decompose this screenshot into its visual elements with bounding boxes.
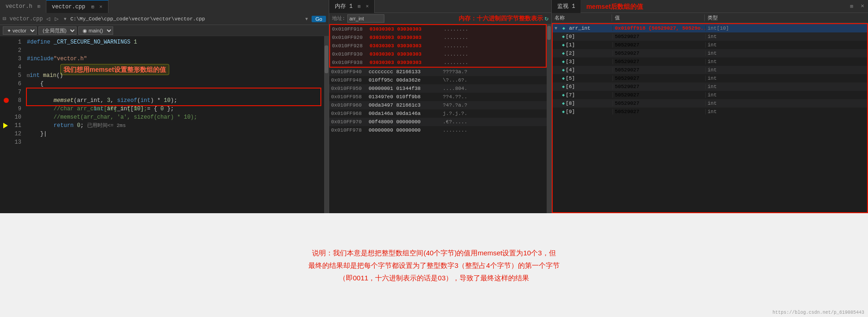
- watch-child-value-7: 50529027: [613, 92, 706, 98]
- top-panels: vector.h ⊞ vector.cpp ⊞ × ⊟ vector.cpp ◁…: [0, 0, 868, 213]
- watch-child-value-6: 50529027: [613, 84, 706, 89]
- watch-child-name-3: ◆[3]: [553, 59, 613, 64]
- mem-addr-8: 0x010FF958: [329, 93, 369, 101]
- mem-hex-1: 03030303 03030303: [370, 33, 444, 42]
- watch-child-6: ◆[6] 50529027 int: [553, 82, 867, 91]
- watch-child-name-1: ◆[1]: [553, 42, 613, 48]
- watch-child-name-2: ◆[2]: [553, 51, 613, 56]
- watch-parent-name: ▼ ◆ arr_int: [553, 25, 613, 31]
- mem-ascii-1: ........: [444, 33, 490, 42]
- watch-panel: 监视 1 memset后数组的值 ⊞ × 名称 值 类型 ▼ ◆: [552, 0, 868, 213]
- watch-child-value-9: 50529027: [613, 109, 706, 114]
- main-container: vector.h ⊞ vector.cpp ⊞ × ⊟ vector.cpp ◁…: [0, 0, 868, 317]
- mem-row-4: 0x010FF938 03030303 03030303 ........: [330, 58, 546, 67]
- memory-tab-active[interactable]: 内存 1 ⊞ ×: [329, 0, 375, 13]
- watch-parent-name-text: arr_int: [569, 25, 590, 31]
- watch-child-9: ◆[9] 50529027 int: [553, 108, 867, 116]
- watch-icon-6: ◆: [562, 84, 565, 89]
- code-line-6: {: [27, 80, 320, 88]
- mem-ascii-7: ....804.: [443, 84, 489, 93]
- watch-child-index-0: [0]: [566, 34, 575, 39]
- go-button[interactable]: Go: [312, 16, 326, 22]
- watch-child-type-3: int: [706, 59, 867, 64]
- nav-down[interactable]: ▾: [62, 15, 68, 23]
- mem-addr-10: 0x010FF968: [329, 109, 369, 118]
- mem-row-12: 0x010FF978 00000000 00000000 ........: [329, 126, 547, 134]
- mem-row-0: 0x010FF918 03030303 03030303 ........: [330, 25, 546, 33]
- function-dropdown[interactable]: ◉ main(): [78, 26, 113, 35]
- mem-hex-6: 010ff95c 00da362e: [369, 76, 443, 84]
- nav-back[interactable]: ◁: [45, 15, 51, 23]
- watch-icon-7: ◆: [562, 93, 565, 98]
- address-input[interactable]: [347, 14, 384, 23]
- watch-child-name-5: ◆[5]: [553, 76, 613, 81]
- mem-addr-11: 0x010FF970: [329, 118, 369, 126]
- watch-child-index-3: [3]: [566, 59, 575, 64]
- tab-vector-cpp[interactable]: vector.cpp ⊞ ×: [46, 0, 108, 13]
- tab-vector-h-label: vector.h: [6, 3, 32, 10]
- watch-child-value-5: 50529027: [613, 76, 706, 81]
- watch-tab-label: 监视 1: [557, 3, 575, 10]
- mem-row-7: 0x010FF950 00000001 01344f38 ....804.: [329, 84, 547, 93]
- mem-row-2: 0x010FF928 03030303 03030303 ........: [330, 42, 546, 50]
- watch-child-index-7: [7]: [566, 92, 575, 98]
- watch-child-type-8: int: [706, 101, 867, 106]
- path-dropdown[interactable]: ▾: [303, 15, 310, 23]
- mem-hex-9: 00da3497 821661c3: [369, 101, 443, 109]
- code-line-9: //char arr_char[10] = { 0 };: [27, 105, 320, 113]
- mem-hex-12: 00000000 00000000: [369, 126, 443, 134]
- mem-hex-4: 03030303 03030303: [370, 58, 444, 67]
- current-line-arrow: [3, 123, 8, 128]
- code-line-11: return 0; 已用时间<= 2ms: [27, 121, 320, 130]
- watch-child-name-9: ◆[9]: [553, 109, 613, 114]
- memory-content: 0x010FF918 03030303 03030303 ........ 0x…: [329, 24, 551, 213]
- watch-icon-0: ◆: [562, 34, 565, 39]
- mem-ascii-10: j.?.j.?.: [443, 109, 489, 118]
- watch-child-value-0: 50529027: [613, 34, 706, 39]
- mem-addr-2: 0x010FF928: [330, 42, 370, 50]
- code-content: 我们想用memset设置整形数组的值 #define _CRT_SECURE_N…: [23, 36, 324, 213]
- watch-tab-active[interactable]: 监视 1: [552, 0, 581, 13]
- watch-pin-icon[interactable]: ⊞: [847, 3, 857, 9]
- mem-addr-1: 0x010FF920: [330, 33, 370, 42]
- watch-child-value-2: 50529027: [613, 51, 706, 56]
- desc-line-3: （即0011，十六进制表示的话是03），导致了最终这样的结果: [339, 272, 529, 284]
- watch-close-icon[interactable]: ×: [857, 3, 868, 10]
- mem-hex-11: 00f48000 00000000: [369, 118, 443, 126]
- watch-child-name-7: ◆[7]: [553, 92, 613, 98]
- watermark: https://blog.csdn.net/p_619085443: [772, 310, 864, 315]
- watch-child-value-1: 50529027: [613, 42, 706, 48]
- watch-content-border: ▼ ◆ arr_int 0x010ff918 {50529027, 50529o…: [552, 23, 868, 213]
- memory-toolbar: 地址: 内存：十六进制四字节整数表示 ↻: [329, 13, 551, 24]
- watch-child-index-6: [6]: [566, 84, 575, 89]
- mem-addr-12: 0x010FF978: [329, 126, 369, 134]
- mem-ascii-9: ?4?.?a.?: [443, 101, 489, 109]
- watch-icon-2: ◆: [562, 51, 565, 56]
- mem-ascii-8: ??4.??..: [443, 93, 489, 101]
- mem-row-3: 0x010FF930 03030303 03030303 ........: [330, 50, 546, 58]
- mem-row-8: 0x010FF958 013497e0 010ff9b8 ??4.??..: [329, 93, 547, 101]
- close-tab-icon[interactable]: ×: [99, 4, 102, 10]
- code-line-2: [27, 46, 320, 55]
- memory-tab-label: 内存 1: [335, 3, 352, 10]
- address-label: 地址:: [332, 15, 345, 22]
- tab-vector-h[interactable]: vector.h ⊞: [0, 0, 46, 13]
- memory-scrollbar[interactable]: [547, 24, 551, 213]
- code-scrollbar[interactable]: [324, 36, 329, 213]
- memory-close-icon[interactable]: ×: [366, 4, 369, 9]
- mem-ascii-0: ........: [444, 25, 490, 33]
- nav-forward[interactable]: ▷: [53, 15, 60, 23]
- watch-child-type-1: int: [706, 42, 867, 48]
- mem-addr-6: 0x010FF948: [329, 76, 369, 84]
- watch-icon-8: ◆: [562, 101, 565, 106]
- watch-child-value-3: 50529027: [613, 59, 706, 64]
- vector-dropdown[interactable]: ✦ vector: [3, 26, 37, 35]
- breakpoint-gutter: [0, 36, 6, 213]
- watch-child-8: ◆[8] 50529027 int: [553, 99, 867, 108]
- code-line-10: //memset(arr_char, 'a', sizeof(char) * 1…: [27, 113, 320, 121]
- expand-arrow[interactable]: ▼: [555, 26, 557, 31]
- watch-table-header: 名称 值 类型: [552, 13, 868, 23]
- tab-save-icon: ⊞: [91, 5, 94, 10]
- scope-dropdown[interactable]: (全局范围): [38, 26, 77, 35]
- memory-refresh-icon[interactable]: ↻: [545, 14, 549, 22]
